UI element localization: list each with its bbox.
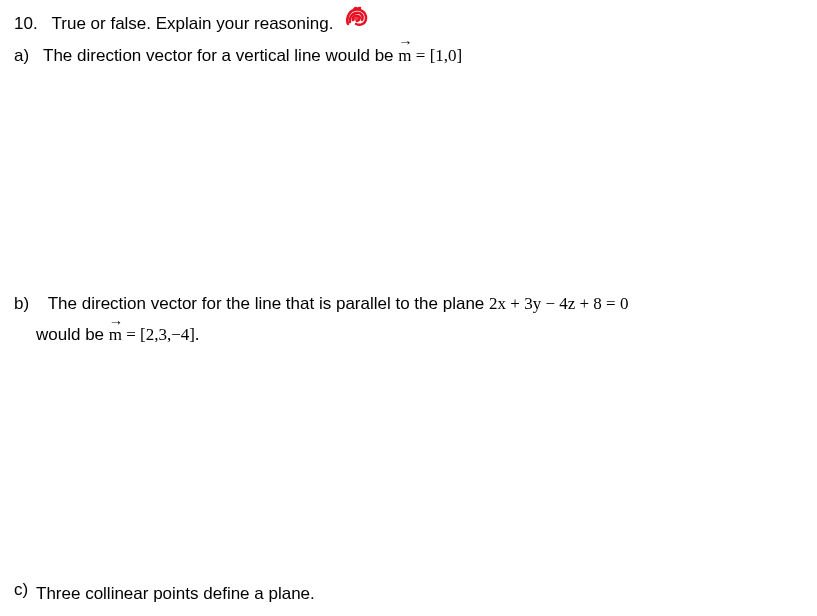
part-c: Three collinear points define a plane. — [36, 580, 315, 607]
part-b-plane-equation: 2x + 3y − 4z + 8 = 0 — [489, 294, 628, 313]
part-a: a) The direction vector for a vertical l… — [14, 42, 803, 69]
part-b-line2-before: would be — [36, 325, 109, 344]
red-scribble-icon — [342, 6, 372, 38]
part-c-text: Three collinear points define a plane. — [36, 584, 315, 603]
part-a-vector: →m = [1,0] — [398, 46, 462, 65]
part-c-label: c) — [14, 580, 28, 600]
part-a-label: a) — [14, 46, 29, 65]
question-number: 10. — [14, 14, 38, 33]
part-a-text-before: The direction vector for a vertical line… — [43, 46, 398, 65]
question-prompt: True or false. Explain your reasoning. — [52, 14, 334, 33]
part-b-vector: →m = [2,3,−4]. — [109, 325, 199, 344]
part-b: b) The direction vector for the line tha… — [14, 290, 628, 350]
part-b-label: b) — [14, 294, 29, 313]
